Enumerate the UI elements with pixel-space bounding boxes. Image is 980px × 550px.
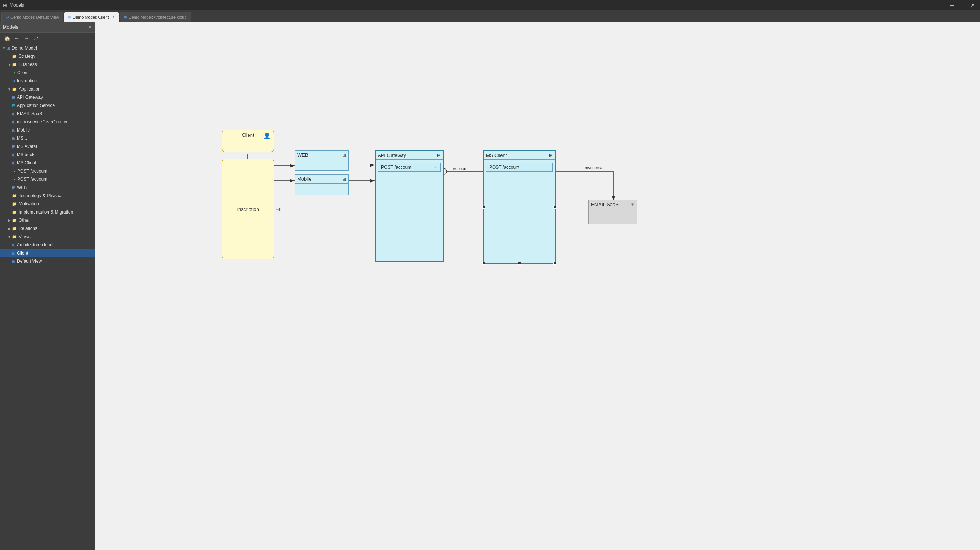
tree-item-default-view[interactable]: ⊞ Default View — [0, 257, 95, 265]
web-box[interactable]: WEB ⊞ — [294, 150, 348, 171]
post-account-1-label: POST /account — [17, 168, 47, 174]
tab-icon-default: ⊞ — [6, 15, 9, 19]
tree-item-post-account-1[interactable]: ● POST /account — [0, 167, 95, 175]
tab-label-arch: Demo Model: Architecture cloud — [129, 15, 187, 19]
micro-user-icon: ⊞ — [12, 120, 15, 124]
tree-item-business[interactable]: ▼ 📁 Business — [0, 60, 95, 68]
other-toggle[interactable]: ▶ — [7, 218, 12, 222]
tech-folder-icon: 📁 — [12, 193, 17, 198]
close-button[interactable]: ✕ — [969, 1, 977, 10]
tree-item-relations[interactable]: ▶ 📁 Relations — [0, 224, 95, 233]
sel-handle-mr — [554, 206, 556, 209]
home-button[interactable]: 🏠 — [3, 34, 11, 43]
account-arrow-label: account — [453, 166, 468, 171]
tab-client[interactable]: ⊞ Demo Model: Client ✕ — [64, 12, 119, 22]
application-folder-icon: 📁 — [12, 87, 17, 92]
maximize-button[interactable]: □ — [958, 1, 967, 10]
minimize-button[interactable]: ─ — [948, 1, 956, 10]
mobile-box[interactable]: Mobile ⊞ — [294, 174, 348, 195]
tree-item-other[interactable]: ▶ 📁 Other — [0, 216, 95, 224]
sel-handle-bl — [482, 262, 485, 265]
tree-item-application[interactable]: ▼ 📁 Application — [0, 85, 95, 93]
application-toggle[interactable]: ▼ — [7, 87, 12, 91]
inscription-box[interactable]: Inscription ➔ — [222, 159, 274, 259]
tree-item-impl-migration[interactable]: 📁 Implementation & Migration — [0, 208, 95, 216]
relations-toggle[interactable]: ▶ — [7, 227, 12, 231]
sync-button[interactable]: ⇄ — [32, 34, 40, 43]
tree-item-app-service[interactable]: ⊟ Application Service — [0, 101, 95, 109]
app-service-icon: ⊟ — [12, 103, 15, 108]
tree-item-strategy[interactable]: 📁 Strategy — [0, 52, 95, 60]
panel-header: Models ✕ — [0, 22, 95, 33]
business-toggle[interactable]: ▼ — [7, 63, 12, 67]
diagram-canvas[interactable]: Client 👤 Inscription ➔ WEB ⊞ — [95, 22, 980, 550]
tab-bar: ⊞ Demo Model: Default View ⊞ Demo Model:… — [0, 10, 980, 22]
tree-root[interactable]: ▼ ⊞ Demo Model — [0, 44, 95, 52]
tree-item-client[interactable]: ● Client — [0, 68, 95, 77]
api-gateway-icon: ⊞ — [12, 95, 15, 100]
views-toggle[interactable]: ▼ — [7, 235, 12, 239]
tab-default-view[interactable]: ⊞ Demo Model: Default View — [2, 12, 63, 22]
title-bar: ⊞ Models ─ □ ✕ — [0, 0, 980, 10]
email-saas-box[interactable]: EMAIL SaaS ⊞ — [589, 200, 637, 224]
ms-book-icon: ⊞ — [12, 152, 15, 157]
tree-item-ms-book[interactable]: ⊞ MS book — [0, 151, 95, 159]
arch-cloud-view-label: Architecture cloud — [17, 242, 52, 247]
panel-toolbar: 🏠 ← → ⇄ — [0, 33, 95, 44]
models-icon: ⊞ — [3, 2, 8, 8]
tab-label-client: Demo Model: Client — [73, 15, 109, 19]
tree-item-ms-avatar[interactable]: ⊞ MS Avatar — [0, 142, 95, 151]
app-service-label: Application Service — [17, 103, 55, 108]
ms-client-box[interactable]: MS Client ⊞ POST /account ○ — [483, 150, 556, 264]
root-icon: ⊞ — [7, 46, 10, 51]
email-saas-icon: ⊞ — [12, 111, 15, 116]
api-gateway-box[interactable]: API Gateway ⊞ POST /account ○ — [375, 150, 444, 262]
web-box-header: WEB ⊞ — [295, 151, 348, 160]
api-gateway-post-service[interactable]: POST /account ○ — [378, 163, 441, 172]
tree-item-post-account-2[interactable]: ● POST /account — [0, 175, 95, 183]
ms-client-post-service[interactable]: POST /account ○ — [486, 163, 553, 172]
tree-item-motivation[interactable]: 📁 Motivation — [0, 200, 95, 208]
tree-item-client-view[interactable]: ⊞ Client — [0, 249, 95, 257]
root-toggle[interactable]: ▼ — [2, 46, 7, 50]
panel-close-button[interactable]: ✕ — [88, 25, 92, 29]
motivation-label: Motivation — [19, 201, 39, 206]
post-account-2-label: POST /account — [17, 177, 47, 182]
post-account-api-box[interactable]: POST /account ○ — [378, 163, 441, 172]
micro-user-label: microservice "user" (copy — [17, 119, 67, 124]
post-account-ms-box[interactable]: POST /account ○ — [486, 163, 553, 172]
default-view-icon: ⊞ — [12, 259, 15, 264]
tree-item-email-saas[interactable]: ⊞ EMAIL SaaS — [0, 109, 95, 118]
tab-close-client[interactable]: ✕ — [112, 15, 115, 19]
client-box[interactable]: Client 👤 — [222, 130, 274, 152]
tree-item-web[interactable]: ⊞ WEB — [0, 183, 95, 192]
tab-icon-client: ⊞ — [68, 15, 71, 19]
tree-item-mobile[interactable]: ⊞ Mobile — [0, 126, 95, 134]
tree-item-views[interactable]: ▼ 📁 Views — [0, 233, 95, 241]
web-box-title: WEB — [297, 152, 309, 158]
post-account-api-icon: ○ — [435, 165, 438, 170]
tree-item-api-gateway[interactable]: ⊞ API Gateway — [0, 93, 95, 101]
post-account-api-label: POST /account — [381, 165, 411, 170]
sel-handle-br — [554, 262, 556, 265]
tree-item-arch-cloud-view[interactable]: ⊞ Architecture cloud — [0, 241, 95, 249]
mobile-box-header: Mobile ⊞ — [295, 175, 348, 184]
tree-item-micro-user[interactable]: ⊞ microservice "user" (copy — [0, 118, 95, 126]
back-button[interactable]: ← — [13, 34, 21, 43]
tree-item-ms-client[interactable]: ⊞ MS Client — [0, 159, 95, 167]
ms-book-label: MS book — [17, 152, 34, 157]
client-view-icon: ⊞ — [12, 251, 15, 256]
api-gateway-box-title: API Gateway — [378, 152, 406, 158]
tree-item-tech-physical[interactable]: 📁 Technology & Physical — [0, 192, 95, 200]
tree-item-ms-dots[interactable]: ⊞ MS ... — [0, 134, 95, 142]
other-folder-icon: 📁 — [12, 218, 17, 223]
tree-item-inscription[interactable]: ➔ Inscription — [0, 77, 95, 85]
model-tree[interactable]: ▼ ⊞ Demo Model 📁 Strategy ▼ 📁 Business — [0, 44, 95, 550]
business-folder-icon: 📁 — [12, 62, 17, 67]
forward-button[interactable]: → — [22, 34, 30, 43]
post-dot-2: ● — [12, 178, 17, 181]
tab-arch-cloud[interactable]: ⊞ Demo Model: Architecture cloud — [120, 12, 191, 22]
inscription-role-icon: ➔ — [275, 205, 281, 213]
web-label: WEB — [17, 185, 27, 190]
left-panel: Models ✕ 🏠 ← → ⇄ ▼ ⊞ Demo Model 📁 Strate… — [0, 22, 95, 550]
